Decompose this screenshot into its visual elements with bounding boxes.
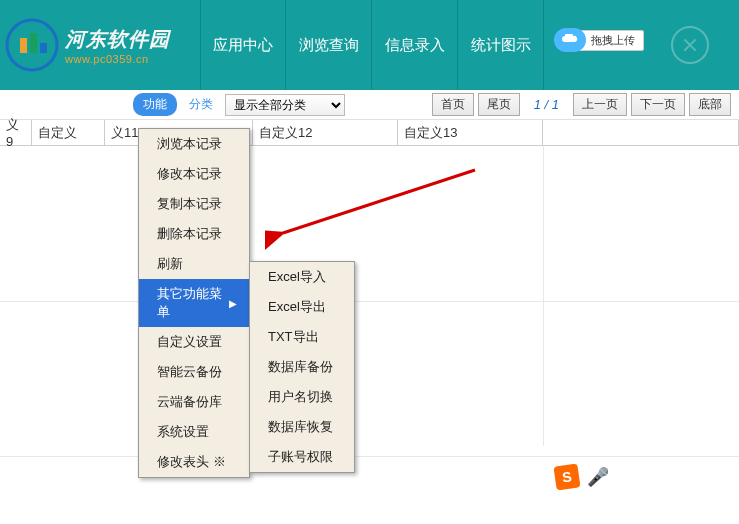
logo-url: www.pc0359.cn — [65, 53, 170, 65]
data-table: 义9 自定义 义11 自定义12 自定义13 — [0, 120, 739, 520]
submenu-txt-export[interactable]: TXT导出 — [250, 322, 354, 352]
ime-toolbar: S 🎤 — [555, 465, 609, 489]
submenu-subaccount-perm[interactable]: 子账号权限 — [250, 442, 354, 472]
category-button[interactable]: 分类 — [181, 93, 221, 116]
submenu-excel-import[interactable]: Excel导入 — [250, 262, 354, 292]
menu-browse-record[interactable]: 浏览本记录 — [139, 129, 249, 159]
menu-delete-record[interactable]: 删除本记录 — [139, 219, 249, 249]
menu-refresh[interactable]: 刷新 — [139, 249, 249, 279]
close-button[interactable] — [671, 26, 709, 64]
table-header-row: 义9 自定义 义11 自定义12 自定义13 — [0, 120, 739, 146]
logo-area: 河东软件园 www.pc0359.cn — [0, 18, 200, 73]
nav-statistics[interactable]: 统计图示 — [458, 0, 544, 90]
column-header[interactable]: 自定义 — [32, 120, 105, 145]
nav-app-center[interactable]: 应用中心 — [200, 0, 286, 90]
column-header[interactable]: 自定义13 — [398, 120, 543, 145]
upload-widget[interactable]: 拖拽上传 — [554, 28, 644, 52]
menu-edit-header[interactable]: 修改表头 ※ — [139, 447, 249, 477]
submenu-db-restore[interactable]: 数据库恢复 — [250, 412, 354, 442]
nav-browse-query[interactable]: 浏览查询 — [286, 0, 372, 90]
column-header[interactable]: 自定义12 — [253, 120, 398, 145]
nav-info-entry[interactable]: 信息录入 — [372, 0, 458, 90]
context-menu: 浏览本记录 修改本记录 复制本记录 删除本记录 刷新 其它功能菜单 ▶ 自定义设… — [138, 128, 250, 478]
menu-cloud-backup[interactable]: 智能云备份 — [139, 357, 249, 387]
prev-page-button[interactable]: 上一页 — [573, 93, 627, 116]
submenu: Excel导入 Excel导出 TXT导出 数据库备份 用户名切换 数据库恢复 … — [249, 261, 355, 473]
logo-title: 河东软件园 — [65, 26, 170, 53]
cloud-upload-icon — [554, 28, 586, 52]
menu-other-functions[interactable]: 其它功能菜单 ▶ — [139, 279, 249, 327]
app-header: 河东软件园 www.pc0359.cn 应用中心 浏览查询 信息录入 统计图示 … — [0, 0, 739, 90]
menu-label: 其它功能菜单 — [157, 285, 229, 321]
first-page-button[interactable]: 首页 — [432, 93, 474, 116]
logo-icon — [5, 18, 60, 73]
table-body — [0, 146, 739, 446]
menu-system-settings[interactable]: 系统设置 — [139, 417, 249, 447]
menu-custom-settings[interactable]: 自定义设置 — [139, 327, 249, 357]
bottom-button[interactable]: 底部 — [689, 93, 731, 116]
last-page-button[interactable]: 尾页 — [478, 93, 520, 116]
submenu-db-backup[interactable]: 数据库备份 — [250, 352, 354, 382]
chevron-right-icon: ▶ — [229, 298, 237, 309]
submenu-excel-export[interactable]: Excel导出 — [250, 292, 354, 322]
submenu-switch-user[interactable]: 用户名切换 — [250, 382, 354, 412]
category-select[interactable]: 显示全部分类 — [225, 94, 345, 116]
menu-copy-record[interactable]: 复制本记录 — [139, 189, 249, 219]
menu-cloud-backup-store[interactable]: 云端备份库 — [139, 387, 249, 417]
next-page-button[interactable]: 下一页 — [631, 93, 685, 116]
main-nav: 应用中心 浏览查询 信息录入 统计图示 — [200, 0, 544, 90]
toolbar: 功能 分类 显示全部分类 首页 尾页 1 / 1 上一页 下一页 底部 — [0, 90, 739, 120]
page-indicator: 1 / 1 — [534, 97, 559, 112]
microphone-icon[interactable]: 🎤 — [587, 466, 609, 488]
sogou-ime-icon[interactable]: S — [553, 463, 580, 490]
column-header[interactable]: 义9 — [0, 120, 32, 145]
menu-edit-record[interactable]: 修改本记录 — [139, 159, 249, 189]
column-header[interactable] — [543, 120, 739, 145]
function-button[interactable]: 功能 — [133, 93, 177, 116]
